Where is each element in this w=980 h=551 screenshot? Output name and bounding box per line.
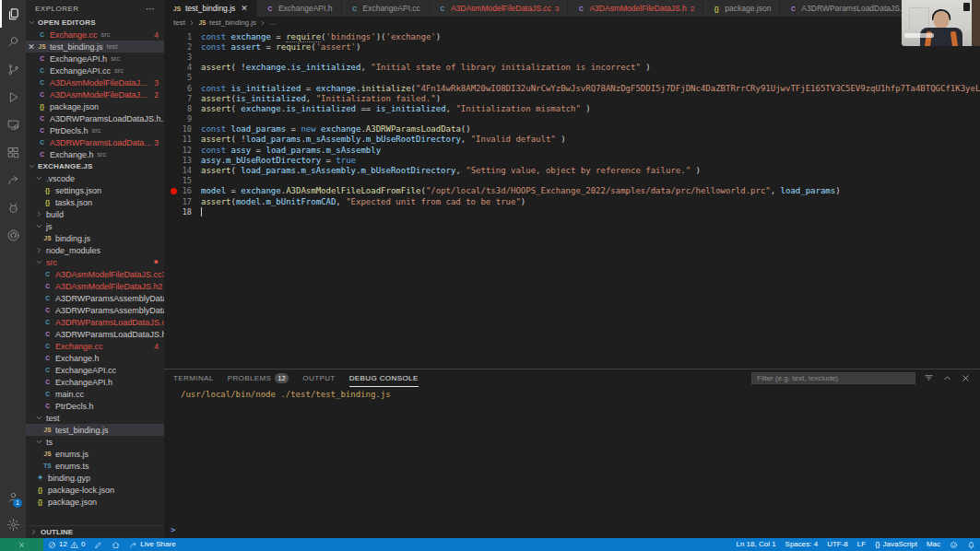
maximize-panel-icon[interactable] <box>942 373 952 383</box>
tree-item[interactable]: {}settings.json <box>26 184 164 196</box>
open-editor-item[interactable]: CA3DAsmModelFileDataJ...2 <box>26 88 164 100</box>
line-number-gutter[interactable]: 2 <box>164 42 201 52</box>
activity-live-share[interactable] <box>0 166 26 193</box>
close-panel-icon[interactable] <box>961 373 971 383</box>
tree-item[interactable]: ts <box>26 436 164 448</box>
panel-tab-debug-console[interactable]: DEBUG CONSOLE <box>349 369 419 387</box>
tree-item[interactable]: src● <box>26 256 164 268</box>
debug-filter-input[interactable] <box>751 372 915 384</box>
line-number-gutter[interactable]: 18 <box>164 207 201 217</box>
tree-item[interactable]: {}tasks.json <box>26 196 164 208</box>
status-eol[interactable]: LF <box>853 538 870 551</box>
status-host[interactable]: Mac <box>922 538 945 551</box>
line-number-gutter[interactable]: 9 <box>164 114 201 123</box>
tree-item[interactable]: TSenums.ts <box>26 460 164 472</box>
open-editor-item[interactable]: CExchange.hsrc <box>26 148 164 160</box>
repl-prompt[interactable]: > <box>171 525 175 534</box>
status-indentation[interactable]: Spaces: 4 <box>781 538 823 551</box>
line-number-gutter[interactable]: 13 <box>164 156 201 165</box>
status-live-share-status[interactable]: Live Share <box>124 538 180 551</box>
tree-item[interactable]: CA3DRWParamsAssemblyDataJS.cc <box>26 292 164 304</box>
tree-item[interactable]: JSbinding.js <box>26 232 164 244</box>
tree-item[interactable]: CExchange.cc4 <box>26 340 164 352</box>
status-remote-indicator[interactable] <box>0 538 43 551</box>
activity-search[interactable] <box>0 28 26 55</box>
filter-icon[interactable] <box>924 373 934 383</box>
tree-item[interactable]: CA3DRWParamsAssemblyDataJS.h <box>26 304 164 316</box>
line-number-gutter[interactable]: 8 <box>164 104 201 113</box>
activity-run-debug[interactable] <box>0 83 26 111</box>
status-cursor-position[interactable]: Ln 18, Col 1 <box>731 538 780 551</box>
line-number-gutter[interactable]: 11 <box>164 135 201 144</box>
tree-item[interactable]: CA3DAsmModelFileDataJS.h2 <box>26 280 164 292</box>
status-notifications[interactable] <box>962 538 980 551</box>
activity-explorer[interactable] <box>0 0 26 28</box>
editor-tab[interactable]: CA3DAsmModelFileDataJS.h2 <box>568 0 703 17</box>
open-editor-item[interactable]: CA3DRWParamsLoadData...3 <box>26 136 164 148</box>
tree-item[interactable]: {}package.json <box>26 496 164 508</box>
open-editor-item[interactable]: CA3DRWParamsLoadDataJS.h... <box>26 112 164 124</box>
line-number-gutter[interactable]: 1 <box>164 32 201 41</box>
editor-tab[interactable]: JStest_binding.js✕ <box>164 0 257 17</box>
status-language-mode[interactable]: {}JavaScript <box>870 538 922 551</box>
line-number-gutter[interactable]: 10 <box>164 124 201 134</box>
status-encoding[interactable]: UTF-8 <box>822 538 853 551</box>
panel-tab-terminal[interactable]: TERMINAL <box>173 369 214 387</box>
line-number-gutter[interactable]: 7 <box>164 94 201 103</box>
breadcrumb-symbol[interactable]: … <box>269 18 277 27</box>
tree-item[interactable]: Cmain.cc <box>26 388 164 400</box>
status-pencil-tool[interactable] <box>89 538 107 551</box>
line-number-gutter[interactable]: 15 <box>164 176 201 185</box>
activity-github[interactable] <box>0 221 26 249</box>
line-number-gutter[interactable]: 17 <box>164 197 201 206</box>
project-section-header[interactable]: EXCHANGE.JS <box>26 160 164 172</box>
open-editor-item[interactable]: CExchange.ccsrc4 <box>26 29 164 41</box>
tree-item[interactable]: CA3DRWParamsLoadDataJS.cc3 <box>26 316 164 328</box>
activity-source-control[interactable] <box>0 55 26 83</box>
open-editor-item[interactable]: CExchangeAPI.hsrc <box>26 53 164 64</box>
tree-item[interactable]: JStest_binding.js <box>26 424 164 436</box>
editor-tab[interactable]: CExchangeAPI.h <box>257 0 342 17</box>
breadcrumb-folder[interactable]: test <box>173 18 185 27</box>
activity-bug-extension[interactable] <box>0 193 26 221</box>
tree-item[interactable]: CA3DRWParamsLoadDataJS.h <box>26 328 164 340</box>
tree-item[interactable]: CA3DAsmModelFileDataJS.cc3 <box>26 268 164 280</box>
line-number-gutter[interactable]: 14 <box>164 166 201 175</box>
activity-settings[interactable] <box>0 510 26 538</box>
tree-item[interactable]: .vscode <box>26 172 164 184</box>
line-number-gutter[interactable]: 16 <box>164 186 201 195</box>
status-feedback[interactable] <box>945 538 962 551</box>
code-editor[interactable]: 1const exchange = require('bindings')('e… <box>164 29 980 369</box>
tree-item[interactable]: CExchange.h <box>26 352 164 364</box>
tree-item[interactable]: ✦binding.gyp <box>26 472 164 484</box>
status-problems[interactable]: 120 <box>43 538 89 551</box>
line-number-gutter[interactable]: 4 <box>164 63 201 72</box>
breakpoint-dot[interactable] <box>171 188 177 194</box>
tree-item[interactable]: CExchangeAPI.cc <box>26 364 164 376</box>
more-actions-icon[interactable]: ⋯ <box>146 4 156 14</box>
close-icon[interactable]: ✕ <box>26 42 37 52</box>
open-editor-item[interactable]: {}package.json <box>26 100 164 112</box>
open-editor-item[interactable]: ✕JStest_binding.jstest <box>26 41 164 53</box>
tree-item[interactable]: node_modules <box>26 244 164 256</box>
activity-accounts[interactable]: 1 <box>0 483 26 510</box>
editor-tab[interactable]: CA3DAsmModelFileDataJS.cc3 <box>430 0 569 17</box>
tree-item[interactable]: JSenums.js <box>26 448 164 460</box>
close-icon[interactable]: ✕ <box>241 4 248 13</box>
line-number-gutter[interactable]: 12 <box>164 146 201 155</box>
editor-tab[interactable]: {}package.json <box>703 0 780 17</box>
line-number-gutter[interactable]: 3 <box>164 53 201 62</box>
open-editor-item[interactable]: CA3DAsmModelFileDataJ...3 <box>26 76 164 88</box>
activity-remote-explorer[interactable] <box>0 111 26 138</box>
tree-item[interactable]: {}package-lock.json <box>26 484 164 496</box>
activity-extensions[interactable] <box>0 138 26 166</box>
editor-tab[interactable]: CA3DRWParamsLoadDataJS.h <box>780 0 915 17</box>
breadcrumb[interactable]: test JS test_binding.js … <box>164 17 980 29</box>
tree-item[interactable]: test <box>26 412 164 424</box>
open-editors-section-header[interactable]: OPEN EDITORS <box>26 17 164 29</box>
tree-item[interactable]: CPtrDecls.h <box>26 400 164 412</box>
editor-tab[interactable]: CExchangeAPI.cc <box>342 0 430 17</box>
panel-tab-problems[interactable]: PROBLEMS12 <box>228 369 289 387</box>
open-editor-item[interactable]: CExchangeAPI.ccsrc <box>26 64 164 76</box>
debug-console-output[interactable]: /usr/local/bin/node ./test/test_binding.… <box>164 387 980 538</box>
